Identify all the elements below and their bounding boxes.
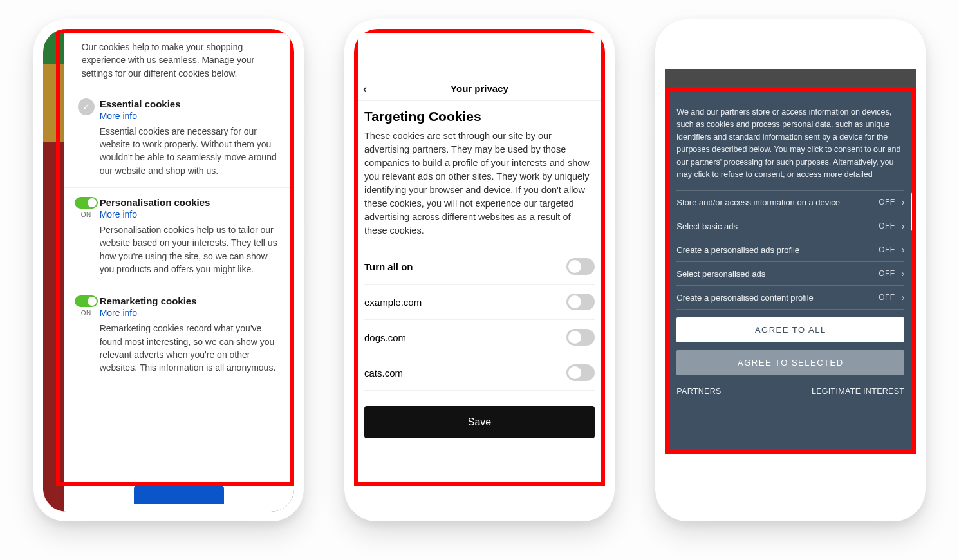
category-title: Essential cookies (100, 98, 281, 109)
purpose-label: Create a personalised ads profile (676, 245, 799, 255)
check-icon: ✓ (78, 98, 95, 115)
partner-row: example.com (364, 285, 595, 320)
cookie-category: ONRemarketing cookiesMore infoRemarketin… (64, 286, 294, 384)
row-label: dogs.com (364, 332, 406, 343)
toggle-state-label: OFF (879, 245, 895, 254)
partner-row: dogs.com (364, 320, 595, 355)
chevron-right-icon: › (902, 268, 905, 279)
phone-mockup-1: Our cookies help to make your shopping e… (33, 19, 304, 521)
toggle-switch[interactable] (75, 295, 98, 307)
toggle-switch[interactable] (75, 197, 98, 209)
scrollbar-thumb[interactable] (911, 192, 915, 231)
more-info-link[interactable]: More info (100, 308, 281, 318)
chevron-right-icon: › (902, 197, 905, 207)
category-description: Essential cookies are necessary for our … (100, 125, 281, 177)
partners-link[interactable]: PARTNERS (676, 387, 721, 396)
toggle-switch[interactable] (566, 258, 595, 275)
cookie-settings-sheet: Our cookies help to make your shopping e… (64, 29, 294, 512)
phone-mockup-2: ‹ Your privacy Targeting Cookies These c… (344, 19, 615, 521)
category-title: Personalisation cookies (100, 197, 281, 208)
purpose-label: Create a personalised content profile (676, 293, 813, 303)
toggle-switch[interactable] (566, 329, 595, 346)
modal-header: ‹ Your privacy (354, 77, 605, 101)
primary-cta-button[interactable] (134, 485, 224, 504)
consent-panel: We and our partners store or access info… (665, 89, 916, 453)
toggle-state-label: OFF (879, 269, 895, 278)
partner-row: cats.com (364, 355, 595, 391)
row-label: cats.com (364, 368, 403, 378)
cookie-category: ✓Essential cookiesMore infoEssential coo… (64, 89, 294, 187)
back-icon[interactable]: ‹ (363, 82, 367, 95)
category-description: Personalisation cookies help us to tailo… (100, 223, 281, 275)
purpose-row[interactable]: Select basic adsOFF› (676, 214, 904, 238)
purpose-row[interactable]: Create a personalised content profileOFF… (676, 285, 904, 310)
chevron-right-icon: › (902, 245, 905, 255)
toggle-switch[interactable] (566, 294, 595, 310)
chevron-right-icon: › (902, 221, 905, 231)
toggle-state-label: ON (81, 211, 91, 218)
agree-selected-button[interactable]: AGREE TO SELECTED (676, 350, 904, 375)
category-description: Remarketing cookies record what you've f… (100, 322, 281, 374)
row-label: Turn all on (364, 261, 413, 272)
save-button[interactable]: Save (364, 406, 595, 438)
cookie-category: ONPersonalisation cookiesMore infoPerson… (64, 187, 294, 286)
purpose-row[interactable]: Create a personalised ads profileOFF› (676, 238, 904, 261)
purpose-label: Select personalised ads (676, 269, 765, 279)
consent-intro: We and our partners store or access info… (676, 106, 904, 181)
chevron-right-icon: › (902, 292, 905, 303)
toggle-state-label: OFF (879, 293, 895, 302)
more-info-link[interactable]: More info (100, 209, 281, 219)
toggle-state-label: ON (81, 310, 91, 317)
toggle-state-label: OFF (879, 198, 895, 207)
phone-mockup-3: We and our partners store or access info… (655, 19, 926, 521)
purpose-label: Store and/or access information on a dev… (676, 198, 840, 207)
header-title: Your privacy (451, 83, 508, 94)
purpose-row[interactable]: Store and/or access information on a dev… (676, 190, 904, 214)
legitimate-interest-link[interactable]: LEGITIMATE INTEREST (812, 387, 904, 396)
agree-all-button[interactable]: AGREE TO ALL (676, 317, 904, 342)
row-label: example.com (364, 297, 422, 308)
intro-text: Our cookies help to make your shopping e… (64, 29, 294, 89)
purpose-row[interactable]: Select personalised adsOFF› (676, 261, 904, 285)
category-title: Remarketing cookies (100, 295, 281, 306)
section-description: These cookies are set through our site b… (364, 129, 595, 238)
more-info-link[interactable]: More info (100, 111, 281, 121)
toggle-state-label: OFF (879, 221, 895, 230)
turn-all-on-row: Turn all on (364, 249, 595, 285)
toggle-switch[interactable] (566, 364, 595, 381)
section-heading: Targeting Cookies (364, 109, 595, 124)
purpose-label: Select basic ads (676, 221, 738, 231)
